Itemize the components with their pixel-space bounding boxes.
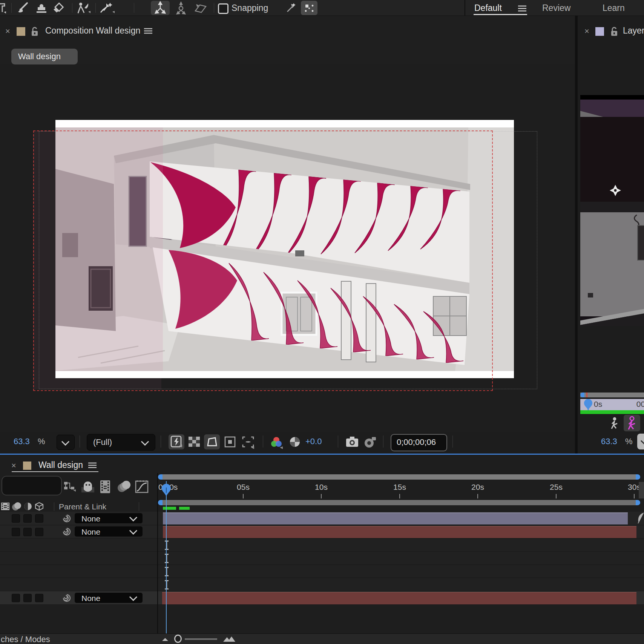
frame-blending-icon[interactable]	[99, 480, 112, 494]
timeline-search-input[interactable]	[2, 476, 62, 495]
time-navigator-bar[interactable]	[161, 474, 636, 480]
composition-tab-title[interactable]: Composition Wall design	[45, 26, 140, 36]
layer-switch[interactable]	[12, 528, 20, 536]
zoom-out-mountain-icon[interactable]	[161, 637, 169, 641]
time-ruler[interactable]: 0:00s 05s 10s 15s 20s 25s 30s	[158, 480, 644, 498]
resolution-dropdown[interactable]: (Full)	[87, 434, 155, 451]
layer-switch[interactable]	[35, 594, 43, 602]
exposure-value[interactable]: +0.0	[305, 437, 322, 446]
layer-row-6[interactable]	[0, 578, 644, 591]
composition-lock-icon[interactable]	[30, 26, 39, 37]
region-of-interest-button[interactable]	[224, 436, 236, 448]
layer-switch[interactable]	[23, 594, 32, 602]
composition-tab-close-icon[interactable]: ×	[5, 26, 10, 36]
layer-row-7[interactable]: None	[0, 591, 644, 604]
timecode-field[interactable]: 0;00;00;06	[391, 434, 447, 451]
motion-blur-column-icon[interactable]	[11, 501, 22, 511]
layer-duration-bar[interactable]	[163, 512, 628, 524]
adjustment-layer-column-icon[interactable]	[23, 501, 33, 511]
navigator-left-handle[interactable]	[580, 393, 584, 397]
layer-switch[interactable]	[12, 514, 20, 523]
layer-row-1[interactable]: None	[0, 512, 644, 525]
universal-axis-mode-button[interactable]	[151, 1, 170, 15]
time-navigator-right-handle[interactable]	[636, 474, 640, 480]
snapping-label[interactable]: Snapping	[232, 3, 268, 13]
parent-link-header[interactable]: Parent & Link	[59, 502, 106, 511]
text-layer-in-point-icon[interactable]	[164, 566, 170, 577]
clone-stamp-tool-icon[interactable]	[35, 2, 48, 14]
zoom-in-mountain-icon[interactable]	[222, 635, 235, 642]
comp-zoom-dropdown-button[interactable]	[57, 435, 75, 450]
channel-display-button[interactable]	[269, 435, 284, 450]
text-layer-in-point-icon[interactable]	[164, 580, 170, 590]
layer-row-3[interactable]	[0, 538, 644, 551]
partial-tool-icon[interactable]	[0, 2, 7, 14]
layer-switch[interactable]	[35, 528, 43, 536]
zoom-about-cursor-icon[interactable]	[283, 2, 296, 15]
motion-blur-icon[interactable]	[116, 480, 131, 494]
mask-visibility-button[interactable]	[204, 434, 220, 449]
work-area-right-handle[interactable]	[636, 500, 640, 505]
time-navigator-left-handle[interactable]	[158, 474, 163, 480]
show-snapshot-button[interactable]	[363, 435, 377, 448]
layer-duration-bar[interactable]	[163, 526, 636, 538]
graph-editor-icon[interactable]	[134, 479, 149, 494]
roto-brush-tool-icon[interactable]	[75, 1, 90, 15]
layer-row-5[interactable]	[0, 565, 644, 578]
layer-switch[interactable]	[23, 528, 32, 536]
comp-marker-bin[interactable]	[639, 482, 644, 498]
timeline-column-divider[interactable]	[157, 473, 158, 633]
layer-view-person-icon[interactable]	[609, 416, 620, 431]
layer-tab-close-icon[interactable]: ×	[584, 26, 589, 36]
pickwhip-icon[interactable]	[62, 514, 72, 523]
switches-modes-toggle[interactable]: ches / Modes	[1, 635, 50, 644]
comp-selector-button[interactable]: Wall design	[11, 49, 78, 64]
crop-to-roi-button[interactable]	[241, 435, 256, 450]
parent-dropdown[interactable]: None	[75, 513, 143, 523]
exposure-reset-icon[interactable]	[289, 436, 302, 448]
layer-tab-title[interactable]: Layer	[623, 26, 644, 36]
layer-row-4[interactable]	[0, 552, 644, 564]
fast-previews-button[interactable]	[169, 434, 184, 449]
transparency-grid-button[interactable]	[188, 436, 201, 448]
layer-lock-icon[interactable]	[610, 26, 619, 37]
timeline-zoom-slider-track[interactable]	[185, 638, 217, 640]
timeline-zoom-slider-knob[interactable]	[174, 635, 182, 643]
layer-image[interactable]	[580, 95, 644, 326]
comp-viewer[interactable]	[0, 64, 575, 432]
text-layer-in-point-icon[interactable]	[164, 553, 170, 564]
layer-switch[interactable]	[12, 594, 20, 602]
timeline-panel-menu-icon[interactable]	[87, 462, 97, 469]
layer-duration-bar[interactable]	[162, 592, 636, 604]
work-area-bar[interactable]	[161, 500, 636, 505]
workspace-tab-learn[interactable]: Learn	[603, 3, 625, 13]
work-area-left-handle[interactable]	[158, 500, 163, 505]
frame-blend-column-icon[interactable]	[1, 502, 11, 511]
3d-layer-column-icon[interactable]	[34, 501, 44, 511]
composition-mini-flowchart-icon[interactable]	[63, 481, 77, 493]
local-axis-mode-button[interactable]	[173, 2, 189, 15]
layer-switch[interactable]	[35, 514, 43, 523]
layer-row-2[interactable]: None	[0, 525, 644, 538]
pickwhip-icon[interactable]	[62, 593, 72, 603]
layer-effect-person-button[interactable]	[624, 415, 640, 431]
screen-space-mode-button[interactable]	[192, 2, 209, 15]
workspace-menu-icon[interactable]	[517, 5, 527, 12]
layer-zoom-dropdown-button[interactable]	[637, 434, 644, 449]
snapping-checkbox[interactable]	[218, 3, 228, 14]
timeline-tab-close-icon[interactable]: ×	[11, 461, 16, 471]
workspace-tab-default[interactable]: Default	[474, 3, 502, 13]
take-snapshot-button[interactable]	[345, 436, 360, 448]
pickwhip-icon[interactable]	[62, 527, 72, 537]
playhead-indicator[interactable]	[161, 483, 172, 497]
layer-switch[interactable]	[23, 514, 32, 523]
text-layer-in-point-icon[interactable]	[164, 540, 170, 550]
snap-options-button[interactable]	[301, 1, 317, 15]
parent-dropdown[interactable]: None	[75, 526, 143, 537]
playhead-line[interactable]	[166, 481, 167, 633]
shy-layers-icon[interactable]	[81, 480, 95, 494]
composition-panel-menu-icon[interactable]	[143, 27, 153, 35]
workspace-tab-review[interactable]: Review	[542, 3, 570, 13]
layer-zoom-value[interactable]: 63.3	[601, 437, 617, 446]
layer-time-navigator[interactable]	[580, 393, 644, 397]
